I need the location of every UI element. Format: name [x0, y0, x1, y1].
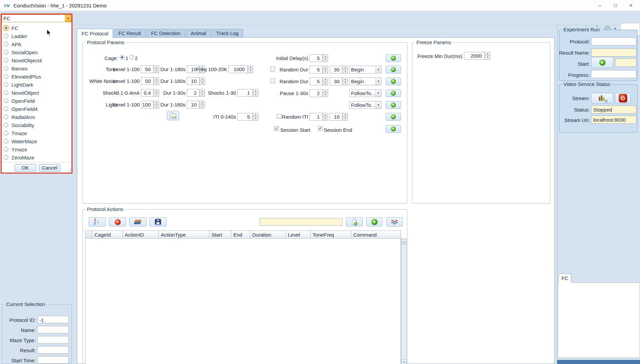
result-name-input[interactable] [591, 49, 636, 57]
spin-up-icon[interactable]: ▲ [323, 54, 328, 58]
actions-table-body[interactable] [85, 239, 401, 364]
spin-down-icon[interactable]: ▼ [323, 69, 328, 73]
spin-down-icon[interactable]: ▼ [248, 69, 253, 73]
radio-icon[interactable] [4, 58, 8, 63]
random-iti-min-value[interactable]: 1 [310, 113, 322, 121]
random-dur2-min-spinner[interactable]: 5▲▼ [310, 78, 328, 85]
radio-icon[interactable] [4, 66, 8, 71]
protocol-input[interactable] [591, 37, 636, 46]
random-dur2-max-value[interactable]: 30 [330, 78, 342, 85]
combo-dropdown-button[interactable]: ▾ [65, 15, 71, 22]
action-filter-input[interactable] [259, 218, 343, 226]
radio-icon[interactable] [4, 50, 8, 55]
iti-spinner[interactable]: 5▲▼ [237, 113, 258, 121]
pause-spinner[interactable]: 2▲▼ [310, 89, 328, 97]
tab-track-log[interactable]: Track Log [211, 29, 243, 37]
radio-icon[interactable] [4, 98, 8, 103]
sort-actions-button[interactable]: AZ↓ [89, 217, 106, 226]
add-step-button-1[interactable]: + [386, 54, 401, 62]
tone-freq-value[interactable]: 1000 [229, 65, 248, 73]
chevron-down-icon[interactable]: ▾ [375, 66, 381, 73]
maze-option-watermaze[interactable]: WaterMaze [2, 137, 71, 145]
radio-icon[interactable] [4, 115, 8, 119]
column-header-start[interactable]: Start [209, 231, 231, 239]
column-header-tonefreq[interactable]: ToneFreq [311, 231, 351, 239]
random-dur1-max-spinner[interactable]: 30▲▼ [330, 66, 348, 73]
radio-icon[interactable] [4, 131, 8, 135]
add-step-button-3[interactable]: + [386, 78, 401, 85]
random-dur1-mode-dropdown[interactable]: Begin▾ [349, 66, 381, 73]
session-start-checkbox[interactable]: ✓ [274, 126, 279, 131]
spin-up-icon[interactable]: ▲ [200, 101, 205, 104]
spin-up-icon[interactable]: ▲ [253, 89, 258, 93]
random-dur1-min-spinner[interactable]: 5▲▼ [310, 66, 328, 73]
start-experiment-button[interactable]: ▶ [591, 57, 613, 68]
stream-power-button[interactable] [615, 93, 631, 103]
radio-icon[interactable] [4, 26, 8, 30]
add-action-button[interactable] [346, 217, 363, 226]
maze-option-sociability[interactable]: Sociability [2, 121, 71, 129]
scroll-up-icon[interactable]: ▲ [401, 239, 406, 244]
maze-option-barnes[interactable]: Barnes [2, 64, 71, 72]
random-dur1-min-value[interactable]: 5 [310, 66, 322, 73]
radio-icon[interactable] [4, 82, 8, 87]
spin-down-icon[interactable]: ▼ [323, 93, 328, 97]
maze-option-apa[interactable]: APA [2, 40, 71, 48]
tab-animal[interactable]: Animal [186, 29, 211, 37]
maze-option-ymaze[interactable]: Ymaze [2, 145, 71, 153]
spin-up-icon[interactable]: ▲ [323, 78, 328, 81]
cancel-button[interactable]: Cancel [39, 164, 60, 172]
spin-up-icon[interactable]: ▲ [323, 89, 328, 93]
spin-up-icon[interactable]: ▲ [323, 66, 328, 69]
light-dur-value[interactable]: 10 [187, 101, 199, 109]
scroll-down-icon[interactable]: ▼ [401, 359, 406, 364]
maze-option-radialarm[interactable]: RadialArm [2, 113, 71, 121]
white-noise-dur-spinner[interactable]: 10▲▼ [187, 77, 205, 85]
add-step-button-2[interactable]: + [386, 66, 401, 73]
tab-fc-detection[interactable]: FC Detection [146, 29, 185, 37]
start-value-input[interactable] [615, 58, 636, 67]
radio-icon[interactable] [4, 123, 8, 127]
spin-down-icon[interactable]: ▼ [253, 93, 258, 97]
radio-icon[interactable] [4, 155, 8, 160]
maze-option-elevatedplus[interactable]: ElevatedPlus [2, 72, 71, 81]
white-noise-dur-value[interactable]: 10 [187, 77, 199, 85]
side-tab-fc[interactable]: FC [558, 274, 571, 283]
column-header-level[interactable]: Level [286, 231, 311, 239]
preview-waveform-button[interactable] [386, 217, 403, 226]
save-actions-button[interactable] [149, 217, 167, 226]
spin-down-icon[interactable]: ▼ [200, 81, 205, 85]
maze-option-openfield4[interactable]: OpenField4 [2, 105, 71, 113]
spin-up-icon[interactable]: ▲ [200, 77, 205, 81]
spin-down-icon[interactable]: ▼ [323, 117, 328, 121]
random-dur2-max-spinner[interactable]: 30▲▼ [330, 78, 348, 85]
spin-up-icon[interactable]: ▲ [343, 78, 348, 81]
column-header-duration[interactable]: Duration [250, 231, 286, 239]
maze-option-tmaze[interactable]: Tmaze [2, 129, 71, 137]
radio-icon[interactable] [4, 147, 8, 152]
maze-option-openfield[interactable]: OpenField [2, 97, 71, 105]
initial-delay-spinner[interactable]: 5▲▼ [310, 54, 328, 62]
random-iti-min-spinner[interactable]: 1▲▼ [310, 113, 328, 121]
add-step-button-5[interactable]: + [386, 101, 401, 109]
initial-delay-value[interactable]: 5 [310, 54, 322, 62]
radio-icon[interactable] [4, 74, 8, 79]
radio-icon[interactable] [4, 107, 8, 111]
maze-option-novelobject4[interactable]: NovelObject4 [2, 56, 71, 64]
clear-actions-button[interactable] [129, 217, 146, 226]
column-header-end[interactable]: End [231, 231, 250, 239]
chevron-down-icon[interactable]: ▾ [375, 78, 381, 85]
delete-action-button[interactable]: × [109, 217, 126, 226]
table-scrollbar[interactable]: ▲ ▼ [401, 239, 407, 364]
radio-icon[interactable] [4, 42, 8, 47]
pause-value[interactable]: 2 [310, 89, 322, 97]
spin-up-icon[interactable]: ▲ [343, 113, 348, 117]
random-dur1-max-value[interactable]: 30 [330, 66, 342, 73]
shock-count-value[interactable]: 1 [237, 89, 253, 97]
spin-down-icon[interactable]: ▼ [323, 58, 328, 62]
add-step-button-6[interactable]: + [386, 113, 401, 121]
maze-option-lightdark[interactable]: LightDark [2, 81, 71, 89]
run-actions-button[interactable]: ▶ [366, 217, 382, 226]
tab-fc-protocol[interactable]: FC Protocol [77, 29, 113, 38]
maze-combo-value[interactable]: FC [2, 15, 65, 22]
